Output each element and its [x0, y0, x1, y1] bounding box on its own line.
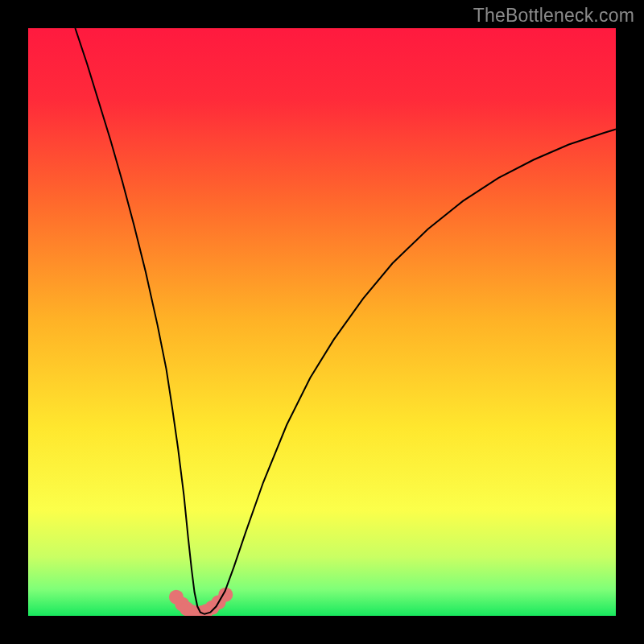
curve-layer: [28, 28, 616, 616]
watermark-text: TheBottleneck.com: [473, 5, 634, 27]
plot-area: [28, 28, 616, 616]
bottleneck-curve: [75, 28, 616, 614]
chart-frame: TheBottleneck.com: [0, 0, 644, 644]
